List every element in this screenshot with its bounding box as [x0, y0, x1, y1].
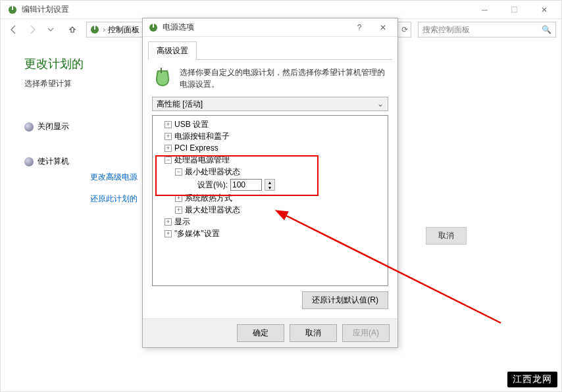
svg-rect-3: [94, 26, 95, 30]
dialog-close-button[interactable]: ✕: [374, 21, 392, 34]
power-plan-select[interactable]: 高性能 [活动] ⌄: [152, 97, 388, 111]
expand-icon[interactable]: +: [165, 218, 172, 226]
app-icon: [7, 5, 18, 15]
setting-value-row: 设置(%): ▲▼: [153, 179, 388, 191]
watermark: 江西龙网: [507, 372, 557, 387]
tree-item-pci[interactable]: +PCI Express: [153, 142, 388, 154]
chevron-down-icon: ⌄: [377, 99, 384, 109]
svg-rect-5: [153, 24, 154, 28]
search-icon: 🔍: [542, 25, 551, 34]
spinner[interactable]: ▲▼: [265, 179, 275, 191]
window-controls: ─ ☐ ✕: [470, 1, 559, 18]
bg-cancel-button[interactable]: 取消: [426, 227, 467, 245]
collapse-icon[interactable]: −: [165, 157, 172, 164]
breadcrumb-sep-icon: ›: [103, 25, 105, 34]
expand-icon[interactable]: +: [165, 230, 172, 237]
back-button[interactable]: [6, 22, 22, 37]
tree-item-display[interactable]: +显示: [153, 216, 388, 228]
ok-button[interactable]: 确定: [237, 324, 284, 342]
tree-item-usb[interactable]: +USB 设置: [153, 118, 388, 130]
location-icon: [89, 24, 100, 35]
main-window: 编辑计划设置 ─ ☐ ✕ › 控制面板 › ⌄ ⟳ 搜索控制面板 🔍 更改计划的…: [0, 0, 562, 392]
dialog-description: 选择你要自定义的电源计划，然后选择你希望计算机管理的电源设置。: [180, 66, 388, 90]
tree-item-cpu[interactable]: −处理器电源管理: [153, 154, 388, 166]
collapse-icon[interactable]: −: [175, 168, 182, 176]
search-placeholder: 搜索控制面板: [422, 24, 470, 36]
expand-icon[interactable]: +: [165, 145, 172, 152]
expand-icon[interactable]: +: [175, 207, 182, 214]
setting-value-input[interactable]: [230, 179, 262, 191]
sleep-label: 使计算机: [38, 156, 69, 167]
selected-plan-label: 高性能 [活动]: [157, 99, 203, 110]
maximize-button[interactable]: ☐: [499, 1, 529, 18]
spin-down-icon[interactable]: ▼: [265, 185, 274, 190]
apply-button[interactable]: 应用(A): [342, 324, 390, 342]
tab-advanced[interactable]: 高级设置: [148, 41, 197, 60]
search-input[interactable]: 搜索控制面板 🔍: [418, 22, 556, 37]
svg-rect-1: [12, 6, 13, 10]
links-column: 更改高级电源 还原此计划的: [90, 172, 138, 205]
expand-icon[interactable]: +: [165, 121, 172, 128]
dialog-footer: 确定 取消 应用(A): [143, 318, 397, 347]
cancel-button[interactable]: 取消: [290, 324, 337, 342]
tree-item-cooling[interactable]: +系统散热方式: [153, 192, 388, 204]
close-button[interactable]: ✕: [529, 1, 559, 18]
display-off-label: 关闭显示: [38, 121, 69, 132]
setting-label: 设置(%):: [197, 180, 228, 191]
power-options-dialog: 电源选项 ? ✕ 高级设置 选择你要自定义的电源计划，然后选择你希望计算机管理的…: [142, 18, 398, 348]
tab-strip: 高级设置: [148, 41, 392, 60]
spin-up-icon[interactable]: ▲: [265, 180, 274, 185]
help-button[interactable]: ?: [350, 21, 369, 34]
advanced-power-link[interactable]: 更改高级电源: [90, 172, 138, 183]
dialog-title: 电源选项: [163, 22, 350, 33]
main-titlebar: 编辑计划设置 ─ ☐ ✕: [1, 1, 561, 19]
breadcrumb-item[interactable]: 控制面板: [108, 24, 140, 36]
expand-icon[interactable]: +: [175, 195, 182, 202]
window-title: 编辑计划设置: [22, 4, 470, 15]
monitor-icon: [24, 122, 34, 132]
tree-item-power-buttons[interactable]: +电源按钮和盖子: [153, 130, 388, 142]
restore-plan-link[interactable]: 还原此计划的: [90, 193, 138, 205]
tree-item-max-state[interactable]: +最大处理器状态: [153, 204, 388, 216]
power-plan-icon: [152, 66, 173, 87]
minimize-button[interactable]: ─: [470, 1, 499, 18]
dialog-body: 选择你要自定义的电源计划，然后选择你希望计算机管理的电源设置。 高性能 [活动]…: [143, 60, 397, 318]
expand-icon[interactable]: +: [165, 133, 172, 140]
refresh-icon[interactable]: ⟳: [401, 25, 408, 34]
dialog-icon: [148, 22, 159, 33]
restore-defaults-button[interactable]: 还原计划默认值(R): [302, 291, 388, 309]
dialog-titlebar: 电源选项 ? ✕: [143, 18, 397, 37]
tree-item-multimedia[interactable]: +"多媒体"设置: [153, 228, 388, 239]
settings-tree: +USB 设置 +电源按钮和盖子 +PCI Express −处理器电源管理 −…: [152, 115, 388, 286]
tree-item-min-state[interactable]: −最小处理器状态: [153, 166, 388, 178]
up-button[interactable]: [65, 22, 80, 37]
recent-dropdown[interactable]: [43, 22, 59, 37]
forward-button[interactable]: [24, 22, 40, 37]
svg-rect-6: [161, 68, 162, 73]
sleep-icon: [24, 157, 34, 166]
